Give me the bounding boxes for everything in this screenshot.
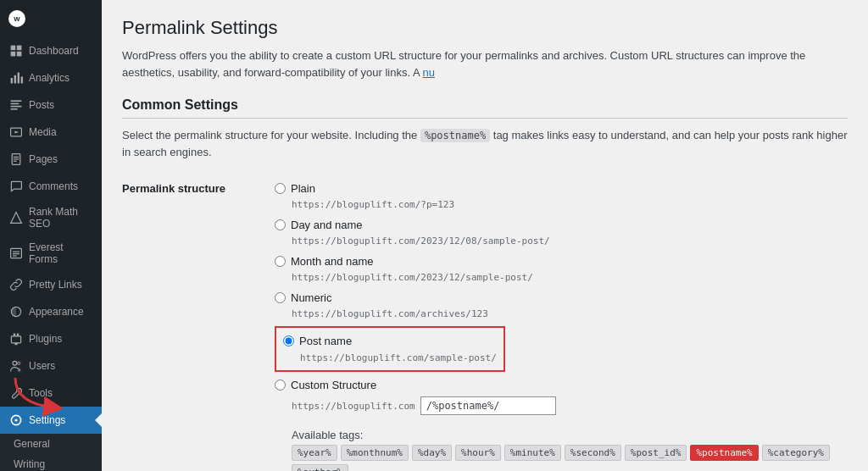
sidebar-item-users[interactable]: Users <box>0 352 102 380</box>
sidebar-item-analytics-label: Analytics <box>29 72 70 84</box>
radio-row-day-name[interactable]: Day and name <box>275 215 848 235</box>
settings-submenu: General Writing Reading Discussion Media… <box>0 434 102 471</box>
svg-rect-22 <box>13 252 19 252</box>
custom-structure-input[interactable] <box>420 396 556 415</box>
label-plain[interactable]: Plain <box>291 182 315 195</box>
settings-icon <box>8 413 24 428</box>
users-icon <box>8 358 24 374</box>
url-plain: https://bloguplift.com/?p=123 <box>292 199 848 210</box>
sidebar-item-media[interactable]: Media <box>0 119 102 146</box>
page-description: WordPress offers you the ability to crea… <box>122 47 848 80</box>
svg-rect-19 <box>14 161 17 162</box>
tag-minute[interactable]: %minute% <box>504 445 561 461</box>
main-content: Permalink Settings WordPress offers you … <box>102 0 868 471</box>
tag-postname[interactable]: %postname% <box>690 445 758 461</box>
sidebar-item-comments-label: Comments <box>29 180 78 192</box>
option-month-name: Month and name https://bloguplift.com/20… <box>275 252 848 286</box>
sidebar-item-pretty-links[interactable]: Pretty Links <box>0 271 102 298</box>
plugins-icon <box>8 331 24 346</box>
sidebar-item-dashboard[interactable]: Dashboard <box>0 37 102 64</box>
option-numeric: Numeric https://bloguplift.com/archives/… <box>275 288 848 323</box>
sidebar-item-everest-forms[interactable]: Everest Forms <box>0 236 102 271</box>
pages-icon <box>8 152 24 167</box>
custom-structure-inputs: https://bloguplift.com <box>292 396 848 415</box>
option-custom: Custom Structure https://bloguplift.com <box>275 375 848 415</box>
url-prefix: https://bloguplift.com <box>292 401 415 412</box>
tag-monthnum[interactable]: %monthnum% <box>341 445 409 461</box>
tag-second[interactable]: %second% <box>565 445 621 461</box>
sidebar-item-appearance[interactable]: Appearance <box>0 298 102 325</box>
label-custom[interactable]: Custom Structure <box>291 379 376 391</box>
label-numeric[interactable]: Numeric <box>291 291 331 304</box>
option-day-name: Day and name https://bloguplift.com/2023… <box>275 215 848 250</box>
svg-rect-23 <box>13 253 19 254</box>
sidebar-item-media-label: Media <box>29 126 57 138</box>
svg-text:W: W <box>14 15 20 23</box>
svg-rect-18 <box>14 158 19 159</box>
comments-icon <box>8 179 24 194</box>
radio-plain[interactable] <box>275 183 286 194</box>
svg-rect-5 <box>17 52 22 57</box>
radio-row-numeric[interactable]: Numeric <box>275 288 848 308</box>
sidebar-item-users-label: Users <box>29 360 55 372</box>
available-tags-section: Available tags: %year%%monthnum%%day%%ho… <box>275 422 848 471</box>
permalink-structure-row: Permalink structure Plain https://blogup… <box>122 174 848 471</box>
sidebar-item-analytics[interactable]: Analytics <box>0 64 102 91</box>
sidebar-item-pages[interactable]: Pages <box>0 146 102 173</box>
sidebar-item-tools[interactable]: Tools <box>0 380 102 407</box>
url-month-name: https://bloguplift.com/2023/12/sample-po… <box>292 272 848 283</box>
permalink-structure-label: Permalink structure <box>122 174 275 471</box>
page-title: Permalink Settings <box>122 17 848 39</box>
tag-post_id[interactable]: %post_id% <box>625 445 687 461</box>
more-link[interactable]: nu <box>423 66 435 79</box>
radio-row-post-name[interactable]: Post name <box>283 331 497 351</box>
tag-day[interactable]: %day% <box>412 445 452 461</box>
svg-rect-12 <box>11 106 22 108</box>
svg-rect-6 <box>11 78 13 83</box>
option-plain: Plain https://bloguplift.com/?p=123 <box>275 179 848 213</box>
svg-rect-8 <box>18 73 19 84</box>
svg-rect-28 <box>11 336 20 343</box>
tag-year[interactable]: %year% <box>292 445 337 461</box>
label-day-name[interactable]: Day and name <box>291 219 363 231</box>
radio-row-month-name[interactable]: Month and name <box>275 252 848 271</box>
radio-post-name[interactable] <box>283 335 294 346</box>
sidebar-item-plugins[interactable]: Plugins <box>0 325 102 352</box>
settings-table: Permalink structure Plain https://blogup… <box>122 174 848 471</box>
permalink-options: Plain https://bloguplift.com/?p=123 Day … <box>275 174 848 471</box>
sidebar-item-posts[interactable]: Posts <box>0 91 102 119</box>
radio-row-custom[interactable]: Custom Structure <box>275 375 848 395</box>
sidebar-item-comments[interactable]: Comments <box>0 173 102 200</box>
tag-category[interactable]: %category% <box>762 445 830 461</box>
svg-marker-20 <box>11 213 22 224</box>
submenu-general[interactable]: General <box>0 434 102 454</box>
svg-rect-11 <box>11 103 19 105</box>
label-post-name[interactable]: Post name <box>299 335 352 347</box>
svg-rect-24 <box>13 255 17 256</box>
radio-numeric[interactable] <box>275 292 286 303</box>
svg-rect-3 <box>17 46 22 51</box>
tag-hour[interactable]: %hour% <box>455 445 501 461</box>
tag-author[interactable]: %author% <box>292 464 348 471</box>
radio-row-plain[interactable]: Plain <box>275 179 848 198</box>
label-month-name[interactable]: Month and name <box>291 255 374 268</box>
sidebar-item-posts-label: Posts <box>29 99 54 111</box>
sidebar-item-appearance-label: Appearance <box>29 306 84 318</box>
svg-rect-17 <box>14 157 19 158</box>
submenu-writing[interactable]: Writing <box>0 454 102 471</box>
submenu-writing-label: Writing <box>14 458 45 470</box>
sidebar-logo: W <box>0 0 102 37</box>
sidebar-item-settings[interactable]: Settings <box>0 407 102 434</box>
url-post-name: https://bloguplift.com/sample-post/ <box>300 352 497 363</box>
sidebar-item-rank-math[interactable]: Rank Math SEO <box>0 200 102 236</box>
sidebar-item-pretty-links-label: Pretty Links <box>29 279 82 291</box>
analytics-icon <box>8 70 24 86</box>
svg-rect-29 <box>14 343 17 345</box>
sidebar-item-rank-math-label: Rank Math SEO <box>29 206 93 230</box>
svg-rect-13 <box>11 108 18 110</box>
radio-custom[interactable] <box>275 380 286 391</box>
postname-tag: %postname% <box>420 129 490 142</box>
radio-day-name[interactable] <box>275 219 286 230</box>
radio-month-name[interactable] <box>275 256 286 267</box>
svg-marker-15 <box>14 130 19 133</box>
